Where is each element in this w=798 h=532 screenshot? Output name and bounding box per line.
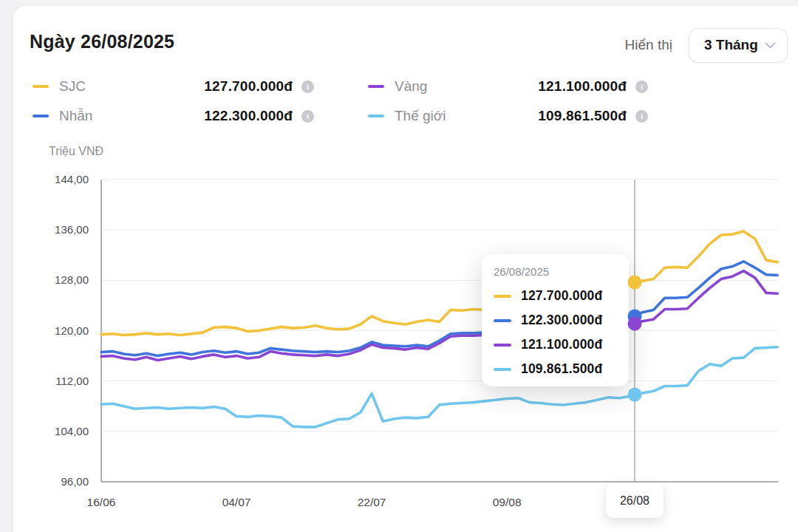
tooltip-row: 122.300.000đ bbox=[494, 308, 617, 332]
display-label: Hiển thị bbox=[625, 37, 672, 53]
marker-dot-SJC bbox=[627, 275, 641, 289]
legend-item-thegioi[interactable]: Thế giới 109.861.500đ i bbox=[368, 101, 648, 131]
legend-swatch-vang bbox=[368, 85, 384, 88]
range-select-value: 3 Tháng bbox=[704, 37, 758, 53]
legend-value: 121.100.000đ bbox=[538, 78, 627, 95]
x-tick-label: 09/08 bbox=[477, 494, 536, 511]
header-right: Hiển thị 3 Tháng bbox=[625, 27, 788, 63]
legend-swatch-nhan bbox=[33, 115, 49, 117]
legend-swatch-thegioi bbox=[368, 115, 384, 117]
legend-swatch-sjc bbox=[33, 85, 49, 88]
range-select[interactable]: 3 Tháng bbox=[689, 28, 788, 63]
chevron-down-icon bbox=[765, 42, 776, 49]
tooltip-swatch-thegioi bbox=[494, 368, 511, 371]
x-tick-label: 22/07 bbox=[342, 494, 401, 511]
hover-tooltip: 26/08/2025 127.700.000đ 122.300.000đ 121… bbox=[482, 254, 629, 386]
legend-item-sjc[interactable]: SJC 127.700.000đ i bbox=[33, 72, 314, 101]
y-tick-label: 136,00 bbox=[41, 222, 89, 238]
page-title: Ngày 26/08/2025 bbox=[30, 31, 174, 52]
x-tick-label: 04/07 bbox=[207, 494, 266, 511]
tooltip-swatch-sjc bbox=[494, 295, 511, 298]
legend-name: Vàng bbox=[395, 78, 427, 95]
y-tick-label: 128,00 bbox=[41, 272, 89, 288]
marker-dot-Thế giới bbox=[627, 387, 641, 401]
y-tick-label: 144,00 bbox=[41, 171, 89, 188]
tooltip-value: 122.300.000đ bbox=[521, 313, 602, 328]
info-icon[interactable]: i bbox=[301, 110, 314, 123]
y-tick-label: 112,00 bbox=[41, 373, 89, 389]
info-icon[interactable]: i bbox=[301, 81, 314, 93]
tooltip-row: 127.700.000đ bbox=[494, 284, 617, 308]
x-tick-highlight: 26/08 bbox=[606, 483, 664, 518]
legend-value: 109.861.500đ bbox=[538, 108, 627, 124]
tooltip-date: 26/08/2025 bbox=[494, 265, 617, 278]
y-axis-unit-label: Triệu VNĐ bbox=[49, 145, 103, 158]
legend-item-vang[interactable]: Vàng 121.100.000đ i bbox=[368, 72, 648, 101]
y-tick-label: 120,00 bbox=[41, 323, 89, 339]
x-tick-label: 16/06 bbox=[72, 494, 131, 511]
legend-value: 127.700.000đ bbox=[204, 78, 293, 95]
legend-name: Thế giới bbox=[395, 108, 446, 124]
tooltip-value: 121.100.000đ bbox=[521, 337, 602, 352]
marker-dot-Vàng bbox=[627, 317, 641, 331]
tooltip-swatch-vang bbox=[494, 344, 511, 347]
tooltip-swatch-nhan bbox=[494, 319, 511, 322]
y-tick-label: 96,00 bbox=[41, 474, 89, 490]
legend-item-nhan[interactable]: Nhẫn 122.300.000đ i bbox=[33, 101, 314, 131]
screen: Ngày 26/08/2025 Hiển thị 3 Tháng SJC 127… bbox=[0, 0, 798, 532]
legend-name: SJC bbox=[59, 78, 86, 95]
tooltip-row: 109.861.500đ bbox=[494, 357, 617, 381]
y-tick-label: 104,00 bbox=[41, 423, 89, 440]
tooltip-value: 127.700.000đ bbox=[521, 288, 602, 304]
chart-plot-area[interactable] bbox=[101, 180, 778, 482]
info-icon[interactable]: i bbox=[635, 81, 648, 93]
tooltip-row: 121.100.000đ bbox=[494, 332, 617, 357]
legend-value: 122.300.000đ bbox=[204, 108, 293, 124]
legend: SJC 127.700.000đ i Vàng 121.100.000đ i N… bbox=[33, 72, 648, 131]
info-icon[interactable]: i bbox=[635, 110, 648, 123]
tooltip-value: 109.861.500đ bbox=[521, 361, 602, 377]
legend-name: Nhẫn bbox=[59, 108, 92, 124]
